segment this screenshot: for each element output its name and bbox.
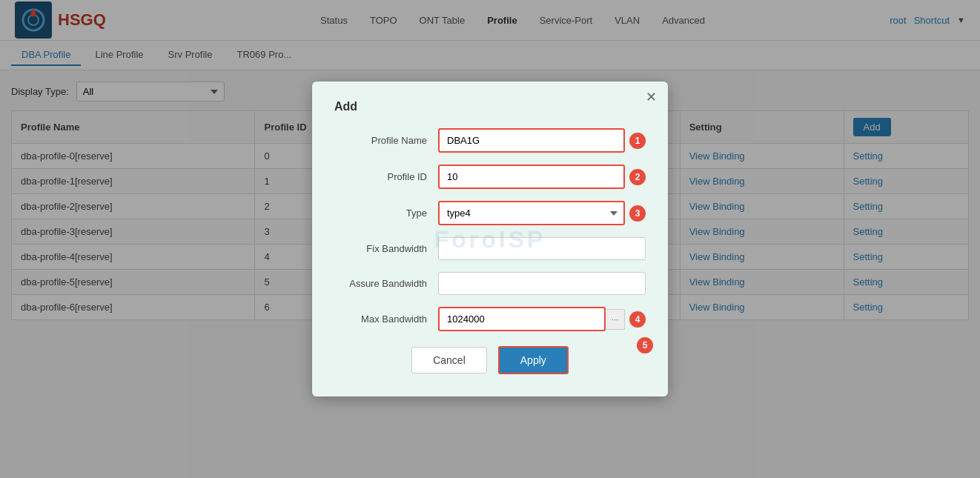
profile-name-label: Profile Name bbox=[334, 135, 438, 146]
fix-bandwidth-label: Fix Bandwidth bbox=[334, 243, 438, 254]
max-bandwidth-label: Max Bandwidth bbox=[334, 313, 438, 325]
type-label: Type bbox=[334, 208, 438, 219]
step-badge-4: 4 bbox=[629, 311, 646, 328]
modal-title: Add bbox=[334, 100, 646, 113]
form-row-profile-name: Profile Name 1 bbox=[334, 128, 646, 153]
form-row-assure-bandwidth: Assure Bandwidth bbox=[334, 272, 646, 295]
assure-bandwidth-input[interactable] bbox=[438, 272, 646, 295]
max-bandwidth-unit-button[interactable]: ··· bbox=[606, 309, 625, 330]
max-bandwidth-input-group: ··· bbox=[438, 307, 625, 331]
modal-close-button[interactable]: ✕ bbox=[646, 90, 657, 104]
modal-footer: Cancel Apply 5 bbox=[334, 346, 646, 374]
form-row-max-bandwidth: Max Bandwidth ··· 4 bbox=[334, 307, 646, 331]
profile-id-input[interactable] bbox=[438, 165, 625, 189]
step-badge-1: 1 bbox=[629, 133, 646, 149]
form-row-type: Type type1 type2 type3 type4 type5 3 bbox=[334, 201, 646, 225]
apply-button[interactable]: Apply bbox=[498, 346, 569, 374]
assure-bandwidth-label: Assure Bandwidth bbox=[334, 278, 438, 289]
profile-id-label: Profile ID bbox=[334, 171, 438, 182]
cancel-button[interactable]: Cancel bbox=[411, 347, 487, 374]
step-badge-2: 2 bbox=[629, 169, 646, 185]
form-row-fix-bandwidth: Fix Bandwidth bbox=[334, 237, 646, 260]
form-row-profile-id: Profile ID 2 bbox=[334, 165, 646, 189]
type-select[interactable]: type1 type2 type3 type4 type5 bbox=[438, 201, 625, 225]
modal-overlay: ForoISP Add ✕ Profile Name 1 Profile ID … bbox=[0, 0, 980, 478]
max-bandwidth-input[interactable] bbox=[438, 307, 606, 331]
step-badge-5: 5 bbox=[637, 337, 653, 353]
fix-bandwidth-input[interactable] bbox=[438, 237, 646, 260]
profile-name-input[interactable] bbox=[438, 128, 625, 153]
step-badge-3: 3 bbox=[629, 205, 646, 222]
add-modal: ForoISP Add ✕ Profile Name 1 Profile ID … bbox=[312, 82, 668, 396]
